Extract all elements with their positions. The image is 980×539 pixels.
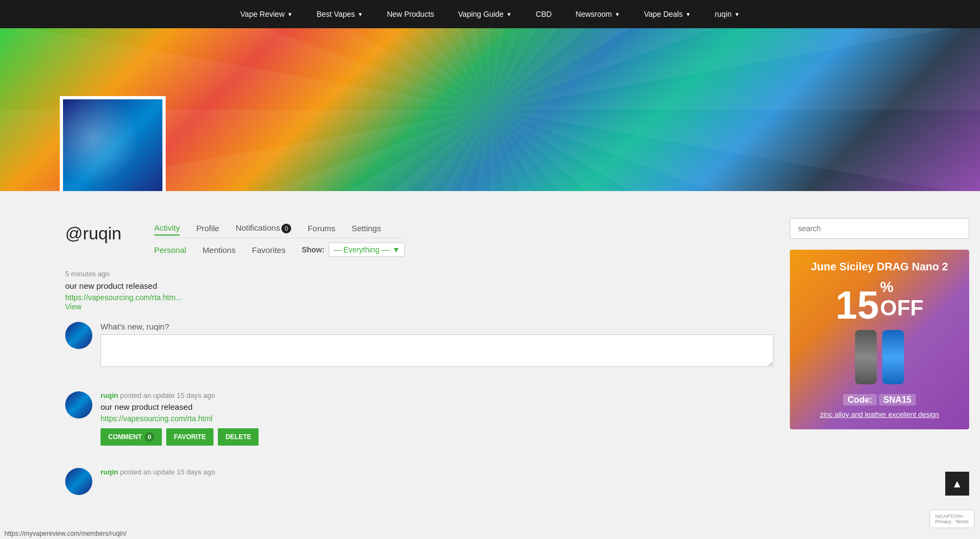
post-input-area: What's new, ruqin? <box>100 322 774 369</box>
ad-desc: zinc alloy and leather excellent design <box>820 410 939 418</box>
device-blue <box>882 330 904 384</box>
tab-settings[interactable]: Settings <box>351 221 381 235</box>
activity-snippet: 5 minutes ago our new product released h… <box>65 270 774 311</box>
post-textarea[interactable] <box>100 334 774 367</box>
chevron-down-icon: ▼ <box>734 11 740 17</box>
ad-pct: % <box>880 278 924 296</box>
tab-forums[interactable]: Forums <box>307 221 335 235</box>
subtab-personal[interactable]: Personal <box>154 243 186 257</box>
ad-code: Code: SNA15 <box>843 395 915 405</box>
device-dark <box>855 330 877 384</box>
feed-username[interactable]: ruqin <box>100 468 118 476</box>
ad-banner: June Siciley DRAG Nano 2 15 % OFF Code: … <box>790 250 969 429</box>
nav-item-vape-review[interactable]: Vape Review▼ <box>228 0 304 28</box>
feed-username[interactable]: ruqin <box>100 391 118 400</box>
avatar <box>65 468 92 495</box>
ad-off: OFF <box>880 296 924 320</box>
tabs-container: ActivityProfileNotifications0ForumsSetti… <box>154 221 405 259</box>
subtab-favorites[interactable]: Favorites <box>252 243 286 257</box>
scroll-to-top-button[interactable]: ▲ <box>945 472 969 496</box>
feed-item: ruqin posted an update 15 days agoour ne… <box>65 383 774 446</box>
main-tabs-row: ActivityProfileNotifications0ForumsSetti… <box>154 221 405 238</box>
sidebar: June Siciley DRAG Nano 2 15 % OFF Code: … <box>784 191 980 506</box>
ad-products <box>855 330 904 384</box>
feed-content: ruqin posted an update 15 days agoour ne… <box>100 391 774 446</box>
feed-meta: ruqin posted an update 15 days ago <box>100 391 774 400</box>
nav-item-best-vapes[interactable]: Best Vapes▼ <box>305 0 375 28</box>
hero-banner <box>0 28 980 191</box>
nav-item-newsroom[interactable]: Newsroom▼ <box>564 0 632 28</box>
feed-container: ruqin posted an update 15 days agoour ne… <box>65 383 774 495</box>
profile-picture <box>63 99 162 191</box>
chevron-down-icon: ▼ <box>392 245 400 254</box>
chevron-down-icon: ▼ <box>287 11 293 17</box>
show-label: Show: <box>301 245 324 254</box>
sub-tabs-row: PersonalMentionsFavoritesShow: — Everyth… <box>154 243 405 259</box>
feed-text: our new product released <box>100 402 774 411</box>
feed-content: ruqin posted an update 15 days ago <box>100 468 774 495</box>
chevron-down-icon: ▼ <box>506 11 512 17</box>
ad-title: June Siciley DRAG Nano 2 <box>811 261 948 273</box>
show-filter: Show: — Everything — ▼ <box>301 243 405 257</box>
nav-item-cbd[interactable]: CBD <box>524 0 564 28</box>
delete-button[interactable]: DELETE <box>218 428 259 446</box>
ad-discount-number: 15 <box>835 286 879 325</box>
chevron-down-icon: ▼ <box>357 11 363 17</box>
activity-link[interactable]: https://vapesourcing.com/rta.htm... <box>65 293 182 302</box>
subtab-mentions[interactable]: Mentions <box>203 243 236 257</box>
nav-item-vape-deals[interactable]: Vape Deals▼ <box>632 0 702 28</box>
tab-profile[interactable]: Profile <box>196 221 219 235</box>
feed-link[interactable]: https://vapesourcing.com/rta.html <box>100 414 774 423</box>
username: @ruqin <box>65 224 122 244</box>
feed-meta: ruqin posted an update 15 days ago <box>100 468 774 476</box>
profile-section: @ruqin ActivityProfileNotifications0Foru… <box>65 218 774 259</box>
feed-item: ruqin posted an update 15 days ago <box>65 459 774 495</box>
search-input[interactable] <box>790 218 969 239</box>
tab-notifications[interactable]: Notifications0 <box>236 221 292 236</box>
view-link[interactable]: View <box>65 302 774 311</box>
profile-pic-wrapper <box>60 96 166 191</box>
chevron-down-icon: ▼ <box>614 11 620 17</box>
nav-item-ruqin[interactable]: ruqin▼ <box>703 0 752 28</box>
comment-button[interactable]: COMMENT0 <box>100 428 162 446</box>
notification-badge: 0 <box>281 224 291 233</box>
post-question: What's new, ruqin? <box>100 322 774 331</box>
chevron-down-icon: ▼ <box>686 11 691 17</box>
show-dropdown[interactable]: — Everything — ▼ <box>329 243 405 257</box>
nav-item-new-products[interactable]: New Products <box>375 0 446 28</box>
avatar <box>65 391 92 418</box>
avatar <box>65 322 92 349</box>
action-badge: 0 <box>145 432 154 442</box>
nav-item-vaping-guide[interactable]: Vaping Guide▼ <box>446 0 524 28</box>
top-nav: Vape Review▼Best Vapes▼New ProductsVapin… <box>0 0 980 28</box>
activity-time: 5 minutes ago <box>65 270 774 278</box>
show-value: — Everything — <box>334 245 389 254</box>
post-box: What's new, ruqin? <box>65 322 774 369</box>
feed-actions: COMMENT0FAVORITEDELETE <box>100 428 774 446</box>
tab-activity[interactable]: Activity <box>154 221 180 236</box>
activity-text: our new product released <box>65 281 774 290</box>
favorite-button[interactable]: FAVORITE <box>166 428 213 446</box>
